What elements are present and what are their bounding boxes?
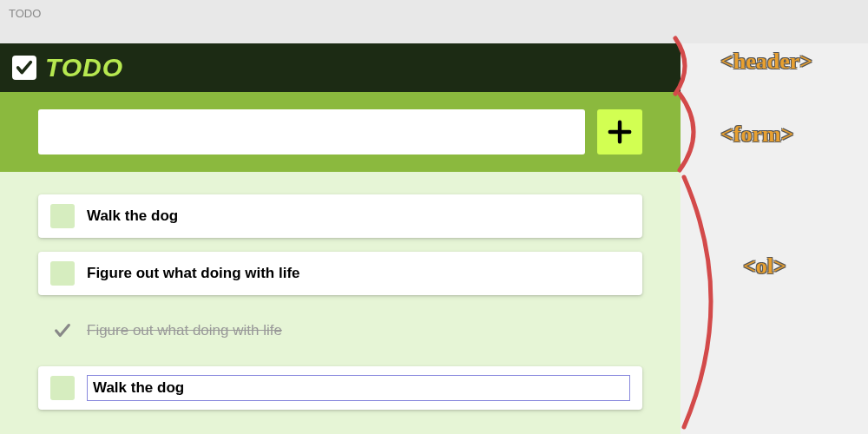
annotation-header: <header> xyxy=(720,49,812,75)
annotation-ol: <ol> xyxy=(743,253,786,279)
app-header: TODO xyxy=(0,43,681,92)
add-todo-button[interactable] xyxy=(597,109,642,155)
plus-icon xyxy=(607,119,633,145)
todo-item-completed[interactable]: Figure out what doing with life xyxy=(38,309,642,352)
annotation-form: <form> xyxy=(720,122,794,148)
browser-tab-label: TODO xyxy=(9,7,41,20)
todo-item-editing[interactable] xyxy=(38,366,642,410)
todo-label: Figure out what doing with life xyxy=(87,265,300,282)
new-todo-input[interactable] xyxy=(38,109,585,155)
todo-checkbox[interactable] xyxy=(50,319,75,343)
todo-list: Walk the dog Figure out what doing with … xyxy=(0,172,681,432)
app-title: TODO xyxy=(45,53,123,82)
check-icon xyxy=(53,321,72,340)
browser-tab: TODO xyxy=(0,0,868,43)
todo-app: TODO Walk the dog Figure out what xyxy=(0,43,681,434)
ol-bracket xyxy=(677,170,755,434)
logo-checkbox xyxy=(12,56,36,80)
todo-label: Walk the dog xyxy=(87,207,178,225)
todo-edit-input[interactable] xyxy=(87,375,630,401)
todo-label: Figure out what doing with life xyxy=(87,322,282,339)
todo-checkbox[interactable] xyxy=(50,376,75,400)
todo-item[interactable]: Walk the dog xyxy=(38,194,642,238)
todo-checkbox[interactable] xyxy=(50,204,75,228)
check-icon xyxy=(15,58,34,77)
add-todo-form xyxy=(0,92,681,172)
todo-item[interactable]: Figure out what doing with life xyxy=(38,252,642,295)
todo-checkbox[interactable] xyxy=(50,261,75,286)
